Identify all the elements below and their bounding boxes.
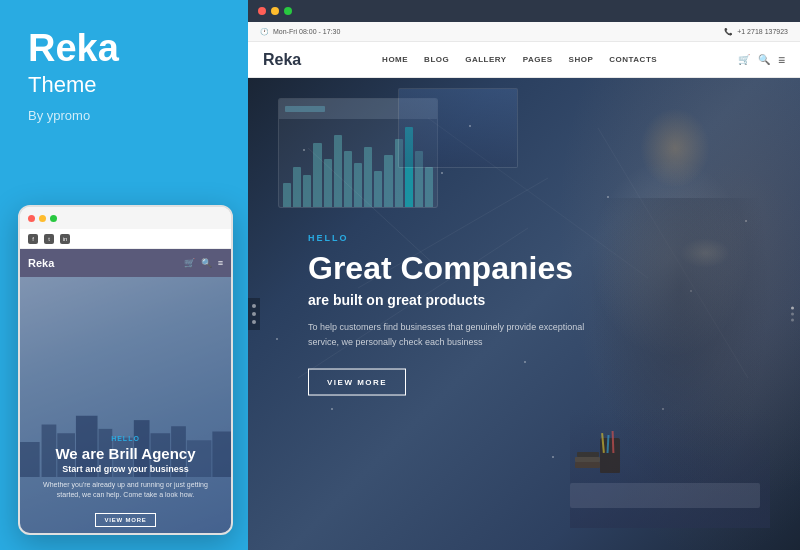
side-social-bar bbox=[248, 298, 260, 330]
theme-title-block: Reka Theme bbox=[28, 28, 119, 98]
desktop-info-bar: 🕐 Mon-Fri 08:00 - 17:30 📞 +1 2718 137923 bbox=[248, 22, 800, 42]
desktop-hero: HELLO Great Companies are built on great… bbox=[248, 78, 800, 550]
mobile-top-bar bbox=[20, 207, 231, 229]
mobile-subheadline: Start and grow your business bbox=[32, 464, 219, 474]
nav-link-gallery[interactable]: GALLERY bbox=[465, 55, 506, 64]
mobile-social-bar: f t in bbox=[20, 229, 231, 249]
mobile-nav-icons: 🛒 🔍 ≡ bbox=[184, 258, 223, 268]
mobile-headline: We are Brill Agency bbox=[32, 445, 219, 462]
hero-hello-label: HELLO bbox=[308, 233, 588, 243]
mobile-mockup: f t in Reka 🛒 🔍 ≡ bbox=[18, 205, 233, 535]
hero-subheadline: are built on great products bbox=[308, 292, 588, 308]
info-bar-right: 📞 +1 2718 137923 bbox=[724, 28, 788, 36]
hero-body-text: To help customers find businesses that g… bbox=[308, 320, 588, 349]
search-icon: 🔍 bbox=[201, 258, 212, 268]
desktop-menu-icon[interactable]: ≡ bbox=[778, 53, 785, 67]
desktop-cart-icon[interactable]: 🛒 bbox=[738, 54, 750, 65]
twitter-icon: t bbox=[44, 234, 54, 244]
left-panel: Reka Theme By ypromo f t in Reka 🛒 🔍 ≡ bbox=[0, 0, 248, 550]
mobile-hero-content: HELLO We are Brill Agency Start and grow… bbox=[20, 427, 231, 535]
side-social-dot-3 bbox=[252, 320, 256, 324]
menu-icon: ≡ bbox=[218, 258, 223, 268]
nav-link-contacts[interactable]: CONTACTS bbox=[609, 55, 657, 64]
mobile-nav-logo: Reka bbox=[28, 257, 54, 269]
hero-headline: Great Companies bbox=[308, 251, 588, 286]
background-monitor-2 bbox=[398, 88, 518, 168]
clock-icon: 🕐 bbox=[260, 28, 269, 36]
desktop-navbar: Reka HOME BLOG GALLERY PAGES SHOP CONTAC… bbox=[248, 42, 800, 78]
desktop-search-icon[interactable]: 🔍 bbox=[758, 54, 770, 65]
desktop-dot-green bbox=[284, 7, 292, 15]
mobile-body-text: Whether you're already up and running or… bbox=[32, 480, 219, 500]
desktop-mockup: 🕐 Mon-Fri 08:00 - 17:30 📞 +1 2718 137923… bbox=[248, 0, 800, 550]
info-phone: +1 2718 137923 bbox=[737, 28, 788, 35]
cart-icon: 🛒 bbox=[184, 258, 195, 268]
desktop-dot-red bbox=[258, 7, 266, 15]
side-social-dot-2 bbox=[252, 312, 256, 316]
mobile-dot-green bbox=[50, 215, 57, 222]
mobile-dot-yellow bbox=[39, 215, 46, 222]
mobile-dot-red bbox=[28, 215, 35, 222]
instagram-icon: in bbox=[60, 234, 70, 244]
desktop-logo: Reka bbox=[263, 51, 301, 69]
mobile-nav: Reka 🛒 🔍 ≡ bbox=[20, 249, 231, 277]
desktop-nav-links[interactable]: HOME BLOG GALLERY PAGES SHOP CONTACTS bbox=[382, 55, 657, 64]
desktop-dot-yellow bbox=[271, 7, 279, 15]
info-bar-left: 🕐 Mon-Fri 08:00 - 17:30 bbox=[260, 28, 340, 36]
hero-cta-button[interactable]: VIEW MORE bbox=[308, 368, 406, 395]
theme-title: Reka bbox=[28, 28, 119, 70]
phone-icon: 📞 bbox=[724, 28, 733, 36]
theme-subtitle: Theme bbox=[28, 72, 119, 98]
desktop-top-bar bbox=[248, 0, 800, 22]
desktop-nav-icons: 🛒 🔍 ≡ bbox=[738, 53, 785, 67]
mobile-hero: HELLO We are Brill Agency Start and grow… bbox=[20, 277, 231, 535]
nav-link-home[interactable]: HOME bbox=[382, 55, 408, 64]
facebook-icon: f bbox=[28, 234, 38, 244]
nav-link-pages[interactable]: PAGES bbox=[523, 55, 553, 64]
desktop-hero-content: HELLO Great Companies are built on great… bbox=[308, 233, 588, 396]
theme-author: By ypromo bbox=[28, 108, 90, 123]
nav-link-blog[interactable]: BLOG bbox=[424, 55, 449, 64]
nav-link-shop[interactable]: SHOP bbox=[569, 55, 594, 64]
mobile-cta-button[interactable]: VIEW MORE bbox=[95, 513, 155, 527]
side-social-dot-1 bbox=[252, 304, 256, 308]
info-hours: Mon-Fri 08:00 - 17:30 bbox=[273, 28, 340, 35]
mobile-hello-label: HELLO bbox=[32, 435, 219, 442]
